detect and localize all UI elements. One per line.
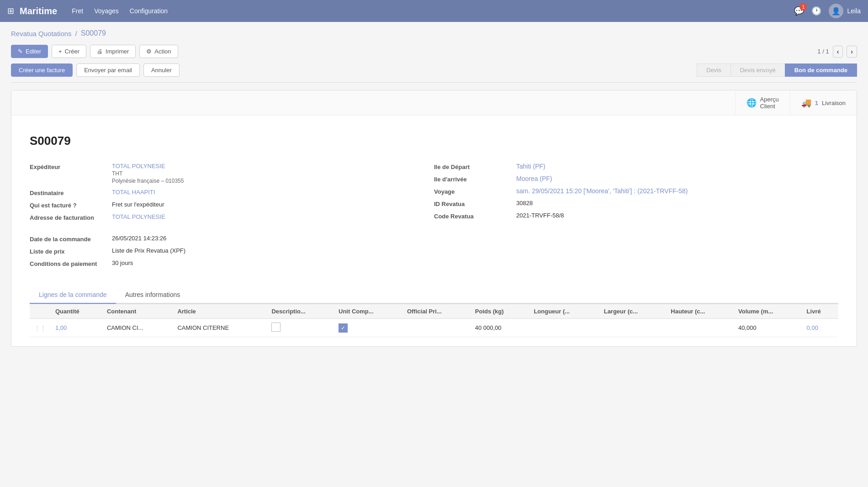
col-article: Article	[173, 304, 267, 319]
code-revatua-row: Code Revatua 2021-TRVFF-58/8	[434, 212, 820, 220]
col-hauteur: Hauteur (c...	[666, 304, 734, 319]
print-button[interactable]: 🖨 Imprimer	[90, 45, 136, 58]
row-handle: ⋮⋮	[30, 319, 51, 337]
truck-icon: 🚚	[801, 98, 811, 108]
ile-arrivee-value[interactable]: Moorea (PF)	[516, 175, 552, 182]
brand-name: Maritime	[20, 6, 57, 16]
nav-fret[interactable]: Fret	[72, 7, 83, 15]
voyage-value[interactable]: sam. 29/05/2021 15:20 ['Moorea', 'Tahiti…	[516, 187, 688, 195]
col-contenant: Contenant	[102, 304, 173, 319]
livraison-action[interactable]: 🚚 1 Livraison	[790, 90, 857, 115]
liste-prix-value: Liste de Prix Revatua (XPF)	[112, 247, 185, 254]
main-content: Revatua Quotations / S00079 ✎ Editer + C…	[0, 22, 868, 354]
ile-depart-row: Ile de Départ Tahiti (PF)	[434, 163, 820, 170]
destinataire-label: Destinataire	[30, 189, 112, 196]
tab-autres-informations[interactable]: Autres informations	[116, 286, 190, 304]
id-revatua-label: ID Revatua	[434, 200, 516, 207]
user-name: Leila	[847, 7, 861, 15]
ile-depart-label: Ile de Départ	[434, 163, 516, 170]
col-longueur: Longueur (...	[529, 304, 599, 319]
globe-icon: 🌐	[746, 98, 757, 108]
edit-icon: ✎	[18, 48, 23, 55]
breadcrumb-parent[interactable]: Revatua Quotations	[11, 30, 72, 37]
expediteur-label: Expéditeur	[30, 163, 112, 170]
conditions-row: Conditions de paiement 30 jours	[30, 259, 416, 267]
destinataire-link[interactable]: TOTAL HAAPITI	[112, 189, 155, 196]
tab-lignes-commande[interactable]: Lignes de la commande	[30, 286, 116, 304]
create-button[interactable]: + Créer	[52, 45, 86, 58]
expediteur-value: TOTAL POLYNESIE THT Polynésie française …	[112, 163, 184, 184]
date-commande-row: Date de la commande 26/05/2021 14:23:26	[30, 235, 416, 243]
voyage-label: Voyage	[434, 187, 516, 195]
cell-longueur	[529, 319, 599, 337]
next-page-button[interactable]: ›	[847, 46, 857, 58]
expediteur-sub1: THT	[112, 170, 184, 177]
col-unit-comp: Unit Comp...	[334, 304, 402, 319]
facture-value: Fret sur l'expéditeur	[112, 201, 164, 208]
code-revatua-label: Code Revatua	[434, 212, 516, 220]
cell-contenant: CAMION CI...	[102, 319, 173, 337]
date-commande-label: Date de la commande	[30, 235, 112, 243]
adresse-link[interactable]: TOTAL POLYNESIE	[112, 213, 165, 220]
id-revatua-row: ID Revatua 30828	[434, 200, 820, 207]
form-left: Expéditeur TOTAL POLYNESIE THT Polynésie…	[30, 163, 434, 272]
conditions-label: Conditions de paiement	[30, 259, 112, 267]
livre-link[interactable]: 0,00	[807, 324, 818, 331]
cell-description	[267, 319, 334, 337]
col-poids: Poids (kg)	[471, 304, 529, 319]
create-invoice-button[interactable]: Créer une facture	[11, 64, 73, 77]
ile-depart-value[interactable]: Tahiti (PF)	[516, 163, 545, 170]
cell-official-pri	[402, 319, 471, 337]
edit-button[interactable]: ✎ Editer	[11, 45, 48, 58]
expediteur-row: Expéditeur TOTAL POLYNESIE THT Polynésie…	[30, 163, 416, 184]
facture-label: Qui est facturé ?	[30, 201, 112, 209]
livraison-label: Livraison	[822, 100, 846, 106]
description-checkbox[interactable]	[271, 323, 281, 332]
messages-badge: 1	[799, 3, 807, 11]
apercu-client-label: AperçuClient	[760, 96, 779, 110]
col-description: Descriptio...	[267, 304, 334, 319]
col-largeur: Largeur (c...	[599, 304, 667, 319]
document-top-bar: 🌐 AperçuClient 🚚 1 Livraison	[11, 90, 857, 116]
expediteur-sub2: Polynésie française – 010355	[112, 178, 184, 184]
step-devis[interactable]: Devis	[697, 64, 731, 77]
nav-menu: Fret Voyages Configuration	[72, 7, 794, 15]
step-devis-envoye[interactable]: Devis envoyé	[730, 64, 785, 77]
gear-icon: ⚙	[146, 48, 152, 55]
quantite-link[interactable]: 1,00	[55, 324, 67, 331]
ile-arrivee-label: Ile d'arrivée	[434, 175, 516, 183]
messages-icon[interactable]: 💬 1	[794, 6, 804, 16]
nav-configuration[interactable]: Configuration	[130, 7, 168, 15]
liste-prix-row: Liste de prix Liste de Prix Revatua (XPF…	[30, 247, 416, 255]
plus-icon: +	[58, 48, 62, 55]
cell-livre: 0,00	[802, 319, 838, 337]
col-quantite: Quantité	[51, 304, 102, 319]
form-right: Ile de Départ Tahiti (PF) Ile d'arrivée …	[434, 163, 838, 272]
status-bar: Créer une facture Envoyer par email Annu…	[11, 64, 857, 83]
facture-row: Qui est facturé ? Fret sur l'expéditeur	[30, 201, 416, 209]
breadcrumb: Revatua Quotations / S00079	[11, 29, 857, 37]
unit-comp-checkbox-checked[interactable]: ✓	[339, 323, 348, 333]
action-button[interactable]: ⚙ Action	[139, 45, 178, 58]
cell-poids: 40 000,00	[471, 319, 529, 337]
livraison-count: 1	[815, 100, 818, 106]
apps-icon[interactable]: ⊞	[7, 6, 14, 16]
clock-icon[interactable]: 🕐	[811, 6, 821, 16]
adresse-value: TOTAL POLYNESIE	[112, 213, 165, 220]
prev-page-button[interactable]: ‹	[833, 46, 843, 58]
ile-arrivee-row: Ile d'arrivée Moorea (PF)	[434, 175, 820, 183]
tabs-bar: Lignes de la commande Autres information…	[30, 286, 838, 304]
adresse-label: Adresse de facturation	[30, 213, 112, 221]
cancel-button[interactable]: Annuler	[143, 64, 180, 77]
apercu-client-action[interactable]: 🌐 AperçuClient	[735, 90, 790, 115]
nav-voyages[interactable]: Voyages	[94, 7, 119, 15]
send-email-button[interactable]: Envoyer par email	[76, 64, 140, 77]
adresse-row: Adresse de facturation TOTAL POLYNESIE	[30, 213, 416, 221]
liste-prix-label: Liste de prix	[30, 247, 112, 255]
pagination-info: 1 / 1	[817, 48, 829, 55]
form-grid: Expéditeur TOTAL POLYNESIE THT Polynésie…	[30, 163, 838, 272]
expediteur-link[interactable]: TOTAL POLYNESIE	[112, 163, 184, 169]
step-bon-de-commande[interactable]: Bon de commande	[785, 64, 857, 77]
user-menu[interactable]: 👤 Leila	[829, 4, 861, 18]
col-livre: Livré	[802, 304, 838, 319]
